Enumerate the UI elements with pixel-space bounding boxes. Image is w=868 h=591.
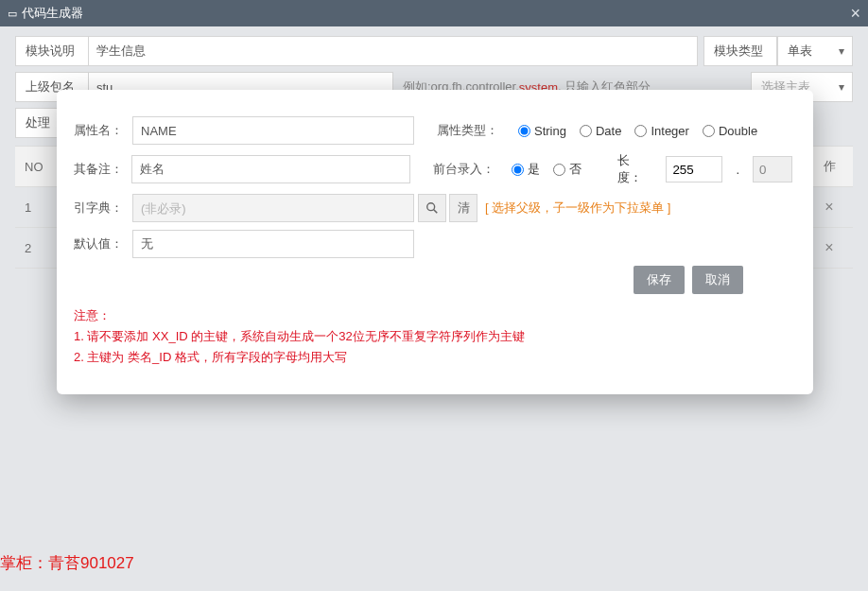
delete-row-icon[interactable]: × bbox=[825, 199, 833, 215]
attr-name-label: 属性名： bbox=[72, 122, 132, 139]
row-default: 默认值： bbox=[72, 230, 792, 258]
select-parent-hint[interactable]: [ 选择父级，子一级作为下拉菜单 ] bbox=[485, 200, 670, 217]
svg-line-1 bbox=[434, 210, 438, 214]
modal-note: 注意： 1. 请不要添加 XX_ID 的主键，系统自动生成一个32位无序不重复字… bbox=[74, 305, 792, 368]
dict-search-button[interactable] bbox=[418, 194, 446, 222]
col-no: NO bbox=[15, 147, 62, 187]
titlebar: ▭ 代码生成器 × bbox=[0, 0, 868, 26]
remark-label: 其备注： bbox=[72, 161, 131, 178]
module-type-select[interactable]: 单表 bbox=[777, 36, 853, 66]
dict-clear-button[interactable]: 清 bbox=[449, 194, 477, 222]
note-title: 注意： bbox=[74, 305, 792, 326]
module-desc-input-wrap[interactable] bbox=[89, 36, 698, 66]
length-label: 长度： bbox=[617, 152, 653, 186]
type-date-radio[interactable]: Date bbox=[580, 124, 621, 138]
attr-name-input[interactable] bbox=[132, 116, 414, 145]
footer-credit: 掌柜：青苔901027 bbox=[0, 552, 134, 574]
dict-label: 引字典： bbox=[72, 200, 132, 217]
length-input[interactable] bbox=[666, 156, 722, 183]
attr-modal: 属性名： 属性类型： String Date Integer Double 其备… bbox=[57, 90, 813, 394]
remark-input[interactable] bbox=[131, 155, 410, 183]
close-icon[interactable]: × bbox=[850, 4, 860, 24]
cancel-button[interactable]: 取消 bbox=[692, 266, 743, 294]
default-input[interactable] bbox=[132, 230, 414, 258]
row-attr-name: 属性名： 属性类型： String Date Integer Double bbox=[72, 116, 792, 145]
front-no-radio[interactable]: 否 bbox=[553, 161, 582, 178]
type-string-radio[interactable]: String bbox=[518, 124, 566, 138]
cell-no: 1 bbox=[15, 187, 62, 228]
window-icon: ▭ bbox=[8, 8, 17, 20]
window-title: 代码生成器 bbox=[22, 5, 83, 22]
row-dict: 引字典： 清 [ 选择父级，子一级作为下拉菜单 ] bbox=[72, 194, 792, 222]
attr-type-label: 属性类型： bbox=[437, 122, 505, 139]
module-type-label: 模块类型 bbox=[703, 36, 777, 66]
type-double-radio[interactable]: Double bbox=[703, 124, 757, 138]
row-module-desc: 模块说明 模块类型 单表 bbox=[15, 36, 853, 66]
module-desc-input[interactable] bbox=[96, 44, 689, 59]
svg-point-0 bbox=[427, 203, 435, 211]
front-yes-radio[interactable]: 是 bbox=[512, 161, 540, 178]
length-dec-input[interactable] bbox=[753, 156, 792, 183]
dict-input[interactable] bbox=[132, 194, 414, 222]
cell-no: 2 bbox=[15, 228, 62, 269]
length-dot: . bbox=[736, 163, 739, 177]
front-input-label: 前台录入： bbox=[433, 161, 498, 178]
save-button[interactable]: 保存 bbox=[634, 266, 685, 294]
delete-row-icon[interactable]: × bbox=[825, 239, 833, 255]
search-icon bbox=[425, 201, 439, 215]
module-desc-label: 模块说明 bbox=[15, 36, 89, 66]
row-remark: 其备注： 前台录入： 是 否 长度： . bbox=[72, 152, 792, 186]
type-integer-radio[interactable]: Integer bbox=[634, 124, 688, 138]
note-line-2: 2. 主键为 类名_ID 格式，所有字段的字母均用大写 bbox=[74, 347, 792, 368]
note-line-1: 1. 请不要添加 XX_ID 的主键，系统自动生成一个32位无序不重复字符序列作… bbox=[74, 326, 792, 347]
modal-button-row: 保存 取消 bbox=[72, 266, 792, 294]
default-label: 默认值： bbox=[72, 235, 132, 252]
